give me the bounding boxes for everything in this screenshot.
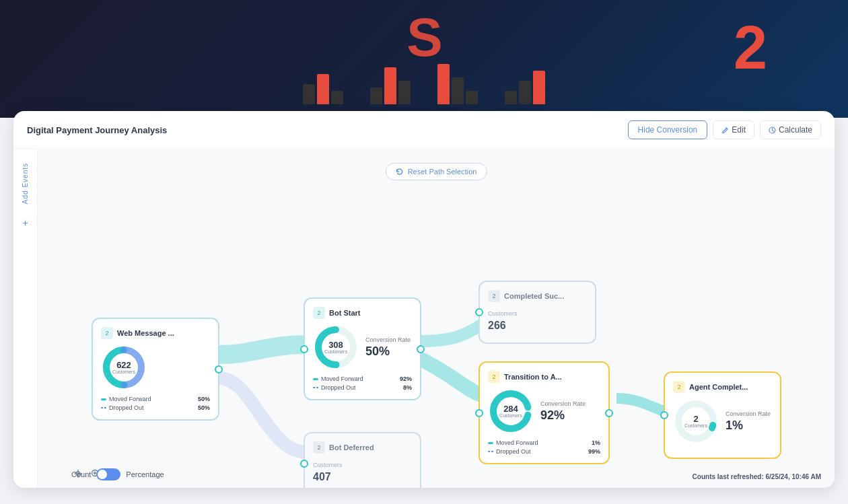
agent-complete-icon: 2 (673, 381, 685, 393)
header-actions: Hide Conversion Edit Calculate (628, 120, 821, 139)
web-message-card-title: Web Message ... (117, 329, 174, 337)
transition-left-connector (475, 409, 483, 417)
count-percentage-toggle-area: Count Percentage (71, 468, 164, 480)
top-banner: S (0, 0, 848, 118)
completed-suc-header: 2 Completed Suc... (488, 290, 587, 302)
add-events-label: Add Events (22, 163, 29, 204)
transition-card-header: 2 Transition to A... (488, 371, 600, 383)
panel-header: Digital Payment Journey Analysis Hide Co… (13, 111, 835, 149)
canvas-area: Add Events + Reset Path Selection (13, 149, 835, 488)
count-percentage-toggle[interactable] (96, 468, 120, 480)
web-message-donut-center: 622 Customers (112, 361, 135, 374)
agent-complete-header: 2 Agent Complet... (673, 381, 772, 393)
agent-complete-card: 2 Agent Complet... 2 Customers (664, 371, 781, 459)
reset-path-selection-button[interactable]: Reset Path Selection (386, 163, 487, 180)
bot-deferred-customers-label: Customers (313, 462, 412, 468)
count-label: Count (71, 470, 91, 478)
bot-start-dropped-row: Dropped Out 8% (313, 384, 412, 391)
transition-conversion: Conversion Rate 92% (540, 400, 586, 423)
banner-bars (303, 64, 545, 104)
transition-right-connector (605, 409, 613, 417)
panel-title: Digital Payment Journey Analysis (27, 125, 167, 135)
transition-card-icon: 2 (488, 371, 500, 383)
add-events-plus[interactable]: + (22, 217, 28, 228)
bot-deferred-card: 2 Bot Deferred Customers 407 (304, 432, 421, 488)
calculate-icon (769, 127, 776, 134)
completed-suc-connector (475, 308, 483, 316)
bot-start-card-icon: 2 (313, 307, 325, 319)
bot-start-donut: 308 Customers (313, 324, 359, 370)
web-message-donut: 622 Customers (101, 345, 147, 390)
bot-deferred-icon: 2 (313, 441, 325, 454)
web-message-card-icon: 2 (101, 327, 113, 339)
web-message-stats: Moved Forward 50% Dropped Out 50% (101, 396, 210, 411)
agent-complete-conversion: Conversion Rate 1% (726, 410, 771, 433)
bot-start-conversion: Conversion Rate 50% (365, 336, 411, 359)
web-message-card-header: 2 Web Message ... (101, 327, 210, 339)
bot-start-card-header: 2 Bot Start (313, 307, 412, 319)
agent-complete-connector (660, 411, 668, 419)
bot-start-left-connector (300, 345, 308, 353)
completed-suc-icon: 2 (488, 290, 500, 302)
completed-suc-card: 2 Completed Suc... Customers 266 (479, 281, 596, 344)
bot-start-card-title: Bot Start (329, 309, 360, 317)
web-message-connector (215, 365, 223, 373)
edit-button[interactable]: Edit (713, 120, 754, 139)
refresh-timestamp: Counts last refreshed: 6/25/24, 10:46 AM (693, 473, 821, 480)
calculate-button[interactable]: Calculate (760, 120, 821, 139)
percentage-label: Percentage (126, 470, 164, 478)
bot-start-stats: Moved Forward 92% Dropped Out 8% (313, 375, 412, 391)
transition-card: 2 Transition to A... 284 Customers (479, 361, 610, 464)
transition-card-title: Transition to A... (504, 373, 562, 381)
transition-donut-center: 284 Customers (499, 404, 522, 418)
banner-number: 2 (734, 13, 767, 83)
bot-start-right-connector (417, 345, 425, 353)
web-message-moved-row: Moved Forward 50% (101, 396, 210, 402)
web-message-donut-section: 622 Customers (101, 345, 210, 390)
transition-stats: Moved Forward 1% Dropped Out 99% (488, 439, 600, 455)
reset-icon (396, 168, 404, 176)
flow-canvas: Reset Path Selection 2 (38, 149, 835, 488)
transition-dropped-row: Dropped Out 99% (488, 448, 600, 455)
bot-start-donut-center: 308 Customers (324, 340, 347, 354)
hide-conversion-button[interactable]: Hide Conversion (628, 120, 708, 139)
agent-complete-donut: 2 Customers (673, 398, 719, 444)
transition-donut: 284 Customers (488, 388, 534, 434)
agent-complete-donut-section: 2 Customers Conversion Rate 1% (673, 398, 772, 444)
edit-icon (721, 127, 729, 134)
toggle-knob (98, 470, 107, 479)
bot-start-moved-row: Moved Forward 92% (313, 375, 412, 382)
bot-deferred-customers-value: 407 (313, 471, 412, 483)
bot-deferred-connector (300, 460, 308, 468)
completed-suc-customers-value: 266 (488, 320, 587, 332)
banner-logo: S (407, 7, 441, 69)
agent-complete-donut-center: 2 Customers (684, 415, 707, 428)
agent-complete-title: Agent Complet... (689, 383, 748, 391)
bot-start-card: 2 Bot Start 308 Customers (304, 297, 421, 400)
bot-start-donut-section: 308 Customers Conversion Rate 50% (313, 324, 412, 370)
completed-suc-customers-label: Customers (488, 310, 587, 317)
web-message-card: 2 Web Message ... 622 Customers (92, 318, 219, 421)
main-panel: Digital Payment Journey Analysis Hide Co… (13, 111, 835, 488)
completed-suc-title: Completed Suc... (504, 292, 564, 300)
web-message-dropped-row: Dropped Out 50% (101, 404, 210, 411)
left-sidebar: Add Events + (13, 149, 38, 488)
transition-moved-row: Moved Forward 1% (488, 439, 600, 446)
bot-deferred-header: 2 Bot Deferred (313, 441, 412, 454)
transition-donut-section: 284 Customers Conversion Rate 92% (488, 388, 600, 434)
bot-deferred-title: Bot Deferred (329, 443, 374, 452)
